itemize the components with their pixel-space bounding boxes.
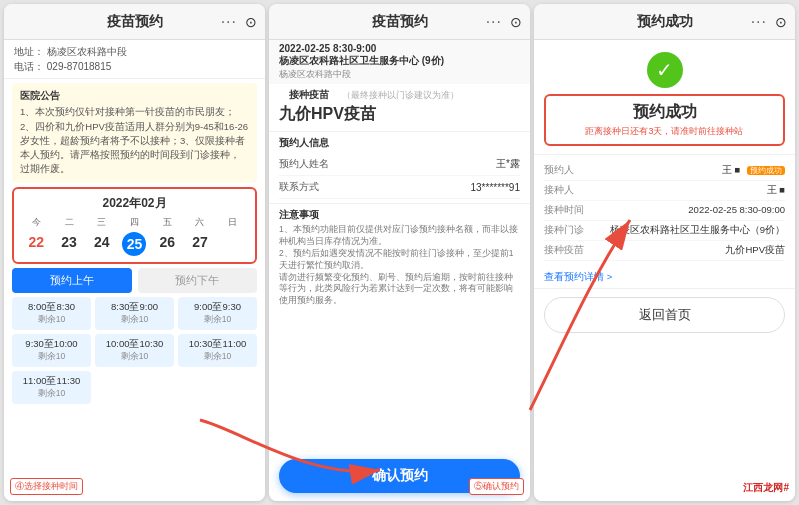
address-value: 杨凌区农科路中段 <box>47 46 127 57</box>
address-label: 地址： <box>14 46 44 57</box>
panel2-content: 2022-02-25 8:30-9:00 杨凌区农科路社区卫生服务中心 (9价)… <box>269 40 530 501</box>
cal-day-27[interactable]: 27 <box>184 232 217 256</box>
circle-icon-1[interactable]: ⊙ <box>245 14 257 30</box>
slot-7-remain: 剩余10 <box>15 388 88 400</box>
book-am-button[interactable]: 预约上午 <box>12 268 132 293</box>
slot-4-time: 9:30至10:00 <box>15 338 88 351</box>
circle-icon-3[interactable]: ⊙ <box>775 14 787 30</box>
slot-5-time: 10:00至10:30 <box>98 338 171 351</box>
calendar-title: 2022年02月 <box>20 195 249 212</box>
dots-icon-1[interactable]: ··· <box>221 13 237 31</box>
time-button-group: 预约上午 预约下午 <box>12 268 257 293</box>
clinic-label: 接种门诊 <box>544 224 592 237</box>
watermark: 江西龙网# <box>743 481 789 495</box>
step4-label: ④选择接种时间 <box>10 478 83 495</box>
address-line: 地址： 杨凌区农科路中段 <box>14 44 255 59</box>
recipient-value: 王 ■ <box>592 184 785 197</box>
info-section: 预约人 王 ■ 预约成功 接种人 王 ■ 接种时间 2022-02-25 8:3… <box>534 155 795 267</box>
book-pm-button[interactable]: 预约下午 <box>138 268 258 293</box>
vaccine-label: 接种疫苗 <box>544 244 592 257</box>
name-label: 预约人姓名 <box>279 157 329 171</box>
slot-6-time: 10:30至11:00 <box>181 338 254 351</box>
dots-icon-3[interactable]: ··· <box>751 13 767 31</box>
clinic-value: 杨凌区农科路社区卫生服务中心（9价） <box>592 224 785 237</box>
calendar-section: 2022年02月 今 二 三 四 五 六 日 22 23 24 25 26 27 <box>12 187 257 264</box>
panel-1: 疫苗预约 ··· ⊙ 地址： 杨凌区农科路中段 电话： 029-87018815… <box>4 4 265 501</box>
appointment-datetime: 2022-02-25 8:30-9:00 <box>279 43 520 54</box>
slot-7-time: 11:00至11:30 <box>15 375 88 388</box>
info-row-vaccine: 接种疫苗 九价HPV疫苗 <box>544 241 785 261</box>
notice-section: 医院公告 1、本次预约仅针对接种第一针疫苗的市民朋友；2、四价和九价HPV疫苗适… <box>12 83 257 183</box>
circle-icon-2[interactable]: ⊙ <box>510 14 522 30</box>
top-bar-2: 疫苗预约 ··· ⊙ <box>269 4 530 40</box>
slot-5[interactable]: 10:00至10:30 剩余10 <box>95 334 174 367</box>
slot-5-remain: 剩余10 <box>98 351 171 363</box>
dots-icon-2[interactable]: ··· <box>486 13 502 31</box>
success-badge: 预约成功 <box>747 166 785 175</box>
phone-line: 电话： 029-87018815 <box>14 59 255 74</box>
vaccine-section: 接种疫苗 （最终接种以门诊建议为准） <box>269 84 530 102</box>
slot-3-remain: 剩余10 <box>181 314 254 326</box>
panel-2: 疫苗预约 ··· ⊙ 2022-02-25 8:30-9:00 杨凌区农科路社区… <box>269 4 530 501</box>
vaccine-section-hint: （最终接种以门诊建议为准） <box>342 90 459 100</box>
success-title: 预约成功 <box>558 102 771 123</box>
form-row-phone: 联系方式 13*******91 <box>279 176 520 199</box>
appointment-location-sub: 杨凌区农科路中段 <box>279 68 520 81</box>
slot-3[interactable]: 9:00至9:30 剩余10 <box>178 297 257 330</box>
appointment-location: 杨凌区农科路社区卫生服务中心 (9价) <box>279 54 520 68</box>
panel2-title: 疫苗预约 <box>372 13 428 31</box>
panel1-content: 地址： 杨凌区农科路中段 电话： 029-87018815 医院公告 1、本次预… <box>4 40 265 501</box>
form-title: 预约人信息 <box>279 136 520 150</box>
slot-4[interactable]: 9:30至10:00 剩余10 <box>12 334 91 367</box>
info-row-time: 接种时间 2022-02-25 8:30-09:00 <box>544 201 785 221</box>
notes-title: 注意事项 <box>279 208 520 222</box>
detail-link[interactable]: 查看预约详情 > <box>534 267 795 289</box>
slot-7[interactable]: 11:00至11:30 剩余10 <box>12 371 91 404</box>
slot-1-time: 8:00至8:30 <box>15 301 88 314</box>
phone-label: 电话： <box>14 61 44 72</box>
panel3-content: ✓ 预约成功 距离接种日还有3天，请准时前往接种站 预约人 王 ■ 预约成功 接… <box>534 40 795 501</box>
form-section: 预约人信息 预约人姓名 王*露 联系方式 13*******91 <box>269 131 530 203</box>
slot-1-remain: 剩余10 <box>15 314 88 326</box>
cal-day-25[interactable]: 25 <box>122 232 146 256</box>
notice-text: 1、本次预约仅针对接种第一针疫苗的市民朋友；2、四价和九价HPV疫苗适用人群分别… <box>20 105 249 176</box>
phone-value-2: 13*******91 <box>471 182 521 193</box>
booker-label: 预约人 <box>544 164 592 177</box>
appointment-header: 2022-02-25 8:30-9:00 杨凌区农科路社区卫生服务中心 (9价)… <box>269 40 530 84</box>
info-row-recipient: 接种人 王 ■ <box>544 181 785 201</box>
slot-1[interactable]: 8:00至8:30 剩余10 <box>12 297 91 330</box>
form-row-name: 预约人姓名 王*露 <box>279 153 520 176</box>
address-section: 地址： 杨凌区农科路中段 电话： 029-87018815 <box>4 40 265 79</box>
cal-day-22[interactable]: 22 <box>20 232 53 256</box>
phone-label-2: 联系方式 <box>279 180 319 194</box>
recipient-label: 接种人 <box>544 184 592 197</box>
vaccine-value-3: 九价HPV疫苗 <box>592 244 785 257</box>
phone-value: 029-87018815 <box>47 61 112 72</box>
slot-2[interactable]: 8:30至9:00 剩余10 <box>95 297 174 330</box>
cal-day-23[interactable]: 23 <box>53 232 86 256</box>
top-bar-1: 疫苗预约 ··· ⊙ <box>4 4 265 40</box>
slot-6[interactable]: 10:30至11:00 剩余10 <box>178 334 257 367</box>
timeslot-grid: 8:00至8:30 剩余10 8:30至9:00 剩余10 9:00至9:30 … <box>12 297 257 404</box>
slot-6-remain: 剩余10 <box>181 351 254 363</box>
slot-4-remain: 剩余10 <box>15 351 88 363</box>
slot-2-time: 8:30至9:00 <box>98 301 171 314</box>
info-row-clinic: 接种门诊 杨凌区农科路社区卫生服务中心（9价） <box>544 221 785 241</box>
cal-day-26[interactable]: 26 <box>151 232 184 256</box>
slot-2-remain: 剩余10 <box>98 314 171 326</box>
panel3-title: 预约成功 <box>637 13 693 31</box>
top-bar-3: 预约成功 ··· ⊙ <box>534 4 795 40</box>
cal-day-24[interactable]: 24 <box>85 232 118 256</box>
cal-day-empty <box>216 232 249 256</box>
success-box: 预约成功 距离接种日还有3天，请准时前往接种站 <box>544 94 785 146</box>
time-label: 接种时间 <box>544 204 592 217</box>
panel1-title: 疫苗预约 <box>107 13 163 31</box>
info-row-booker: 预约人 王 ■ 预约成功 <box>544 161 785 181</box>
step5-label: ⑤确认预约 <box>469 478 524 495</box>
name-value: 王*露 <box>496 157 520 171</box>
time-value: 2022-02-25 8:30-09:00 <box>592 204 785 217</box>
success-subtitle: 距离接种日还有3天，请准时前往接种站 <box>558 125 771 138</box>
home-button[interactable]: 返回首页 <box>544 297 785 333</box>
vaccine-section-title: 接种疫苗 <box>279 84 339 102</box>
panel-3: 预约成功 ··· ⊙ ✓ 预约成功 距离接种日还有3天，请准时前往接种站 预约人… <box>534 4 795 501</box>
